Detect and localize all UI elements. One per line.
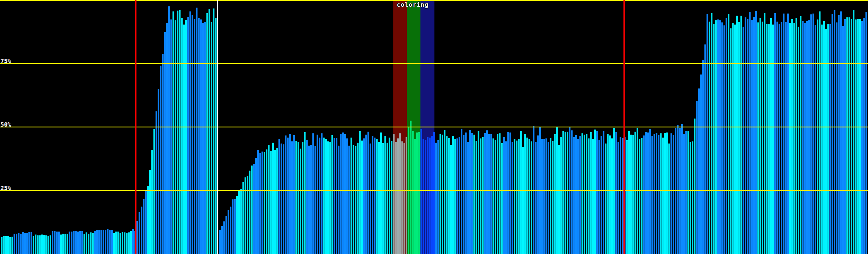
- bar: [52, 231, 53, 254]
- bar: [342, 133, 344, 254]
- bar: [738, 22, 740, 254]
- bar: [715, 20, 717, 254]
- bar: [452, 136, 454, 254]
- bar: [558, 145, 560, 254]
- bar: [223, 221, 225, 254]
- bar: [200, 19, 202, 254]
- bar: [378, 142, 380, 254]
- bar: [548, 142, 549, 254]
- bar: [637, 128, 638, 254]
- bar: [361, 141, 363, 254]
- y-tick-label-75: 75%: [0, 58, 11, 64]
- bar: [410, 121, 412, 254]
- bar: [840, 11, 842, 254]
- bar: [664, 133, 666, 254]
- bar: [147, 186, 149, 254]
- bar: [22, 232, 24, 254]
- bar: [109, 230, 111, 254]
- bar: [50, 235, 51, 254]
- bar: [234, 199, 236, 254]
- bar: [425, 140, 426, 254]
- bar: [291, 141, 293, 254]
- panel-separator: [217, 0, 218, 254]
- bar: [819, 11, 821, 254]
- bar: [353, 145, 354, 254]
- red-marker-line: [623, 0, 625, 254]
- bar: [194, 19, 195, 254]
- bar: [35, 235, 36, 254]
- bar: [658, 135, 659, 254]
- bar: [692, 141, 693, 254]
- bar: [666, 133, 668, 254]
- bar: [306, 140, 308, 254]
- bar: [613, 128, 615, 254]
- bar: [522, 147, 524, 254]
- bar: [698, 88, 700, 254]
- bar: [128, 232, 130, 254]
- bar: [440, 134, 441, 254]
- bar: [454, 139, 456, 254]
- bar: [863, 18, 865, 254]
- bar: [537, 135, 539, 254]
- bar: [344, 134, 346, 254]
- bar: [287, 138, 289, 254]
- bar: [499, 133, 501, 254]
- bar: [175, 20, 176, 254]
- bar: [372, 136, 373, 254]
- bar: [126, 233, 128, 254]
- bar: [39, 235, 41, 254]
- bar: [164, 32, 166, 254]
- bar: [673, 135, 674, 254]
- bar: [723, 25, 725, 254]
- bar: [83, 234, 85, 254]
- bar: [823, 21, 825, 254]
- bar: [412, 131, 414, 254]
- bar: [391, 141, 392, 254]
- bar: [28, 232, 30, 254]
- bar: [257, 150, 259, 254]
- bar: [804, 23, 806, 254]
- bar: [677, 125, 679, 254]
- bar: [319, 138, 320, 254]
- bar: [764, 13, 765, 254]
- bar: [346, 138, 348, 254]
- bar: [482, 137, 484, 254]
- bar: [151, 150, 153, 254]
- bar: [694, 119, 696, 254]
- bar: [302, 142, 303, 254]
- bar: [166, 23, 168, 254]
- bar: [16, 234, 17, 254]
- bar: [196, 8, 198, 254]
- bar: [158, 89, 159, 254]
- bar: [543, 139, 545, 254]
- bar: [285, 135, 287, 254]
- bar: [704, 44, 706, 254]
- bar: [743, 27, 744, 254]
- bar: [359, 131, 361, 254]
- bar: [802, 21, 804, 254]
- bar: [567, 132, 568, 254]
- bar: [473, 135, 475, 254]
- bar: [649, 129, 651, 254]
- bar: [45, 235, 47, 254]
- bar: [321, 133, 323, 254]
- bar: [264, 152, 265, 254]
- bar: [495, 140, 496, 254]
- bar: [846, 17, 848, 254]
- bar: [844, 19, 846, 254]
- bar: [215, 18, 217, 254]
- benchmark-bar-chart: 75% 50% 25% coloring: [0, 0, 868, 254]
- bar: [690, 142, 691, 254]
- bar: [370, 144, 371, 254]
- bar: [471, 133, 473, 254]
- gridline: [0, 127, 868, 127]
- bar: [228, 210, 229, 254]
- bar: [327, 141, 329, 254]
- bar: [209, 9, 210, 254]
- bar: [202, 23, 204, 254]
- bar: [641, 138, 643, 254]
- bar: [791, 19, 793, 254]
- bar: [785, 22, 787, 254]
- bar: [204, 22, 206, 254]
- bar: [596, 131, 598, 254]
